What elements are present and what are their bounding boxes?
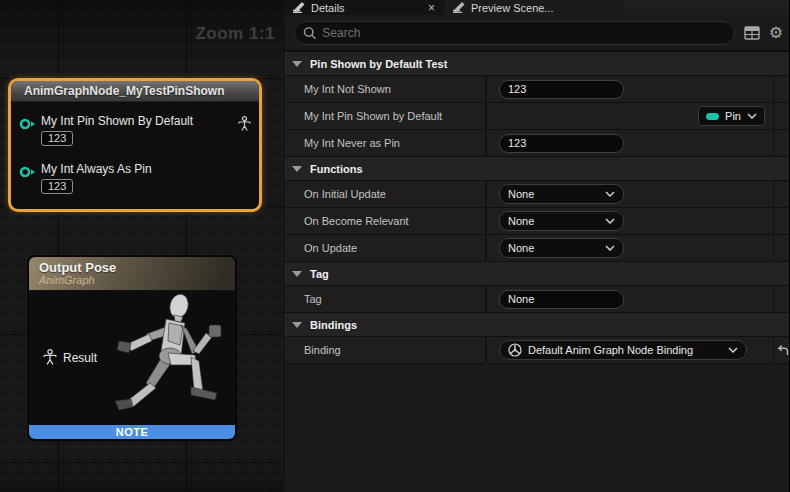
result-pin-label: Result xyxy=(63,351,97,365)
node-header[interactable]: AnimGraphNode_MyTestPinShown xyxy=(11,81,259,102)
row-reset-column xyxy=(773,286,789,312)
reset-to-default-button[interactable] xyxy=(773,337,789,363)
pin-mode-dropdown[interactable]: Pin xyxy=(698,106,765,126)
pin-row: My Int Pin Shown By Default 123 xyxy=(11,114,259,146)
graph-canvas[interactable]: Zoom 1:1 AnimGraphNode_MyTestPinShown My… xyxy=(0,0,284,492)
property-row: On Initial Update None xyxy=(284,180,789,207)
node-animgraphnode-mytestpinshown[interactable]: AnimGraphNode_MyTestPinShown My Int Pin … xyxy=(8,78,262,212)
property-row: My Int Not Shown xyxy=(284,75,789,102)
collapse-caret-icon xyxy=(292,322,302,328)
int-pin-icon[interactable] xyxy=(19,164,37,182)
on-initial-update-dropdown[interactable]: None xyxy=(499,184,624,204)
details-panel: Details × Preview Scene... ⚙ Pin Shown xyxy=(284,0,789,492)
node-title: Output Pose xyxy=(39,260,235,275)
property-row: Binding Default Anim Graph Node Binding xyxy=(284,336,789,363)
property-row: My Int Never as Pin xyxy=(284,129,789,156)
row-reset-column xyxy=(773,76,789,102)
section-header-pin-shown[interactable]: Pin Shown by Default Test xyxy=(284,51,789,75)
property-label: Tag xyxy=(284,286,487,312)
search-icon xyxy=(303,26,316,40)
on-update-dropdown[interactable]: None xyxy=(499,238,624,258)
chevron-down-icon xyxy=(747,113,757,119)
tab-details[interactable]: Details × xyxy=(284,0,443,15)
pin-default-value[interactable]: 123 xyxy=(41,131,73,146)
section-header-functions[interactable]: Functions xyxy=(284,156,789,180)
details-tab-icon xyxy=(292,2,305,13)
property-row: On Become Relevant None xyxy=(284,207,789,234)
mannequin-image xyxy=(113,293,231,431)
collapse-caret-icon xyxy=(292,61,302,67)
row-reset-column xyxy=(773,208,789,234)
zoom-level-label: Zoom 1:1 xyxy=(195,24,275,44)
on-become-relevant-dropdown[interactable]: None xyxy=(499,211,624,231)
row-reset-column xyxy=(773,130,789,156)
row-reset-column xyxy=(773,235,789,261)
collapse-caret-icon xyxy=(292,271,302,277)
search-input[interactable] xyxy=(322,26,725,40)
property-row: Tag xyxy=(284,285,789,312)
anim-blueprint-editor: Zoom 1:1 AnimGraphNode_MyTestPinShown My… xyxy=(0,0,790,492)
property-label: On Update xyxy=(284,235,487,261)
property-label: On Become Relevant xyxy=(284,208,487,234)
property-label: Binding xyxy=(284,337,487,363)
my-int-not-shown-input[interactable] xyxy=(499,80,624,99)
chevron-down-icon xyxy=(605,191,615,197)
property-label: My Int Pin Shown by Default xyxy=(284,103,487,129)
pin-default-value[interactable]: 123 xyxy=(41,179,73,194)
pose-pin-icon xyxy=(43,349,57,366)
property-label: My Int Not Shown xyxy=(284,76,487,102)
tab-label: Preview Scene... xyxy=(471,2,554,14)
settings-gear-icon[interactable]: ⚙ xyxy=(769,25,783,41)
preview-scene-tab-icon xyxy=(452,2,465,13)
details-empty-area xyxy=(284,363,789,477)
int-pin-icon[interactable] xyxy=(19,116,37,134)
search-box[interactable] xyxy=(294,21,735,45)
property-list: Pin Shown by Default Test My Int Not Sho… xyxy=(284,51,789,492)
row-reset-column xyxy=(773,103,789,129)
person-pin-icon[interactable] xyxy=(238,116,251,136)
property-row: On Update None xyxy=(284,234,789,261)
node-subtitle: AnimGraph xyxy=(39,274,235,286)
display-filter-icon[interactable] xyxy=(744,26,760,40)
pin-label: My Int Always As Pin xyxy=(41,162,152,176)
my-int-never-as-pin-input[interactable] xyxy=(499,134,624,153)
tab-preview-scene[interactable]: Preview Scene... xyxy=(443,0,623,15)
pin-label: My Int Pin Shown By Default xyxy=(41,114,193,128)
collapse-caret-icon xyxy=(292,166,302,172)
chevron-down-icon xyxy=(605,218,615,224)
reset-arrow-icon xyxy=(775,345,789,356)
pin-row: My Int Always As Pin 123 xyxy=(11,162,259,194)
property-row: My Int Pin Shown by Default Pin xyxy=(284,102,789,129)
row-reset-column xyxy=(773,181,789,207)
property-label: My Int Never as Pin xyxy=(284,130,487,156)
binding-anchor-icon xyxy=(508,343,522,357)
result-pin[interactable]: Result xyxy=(43,349,97,366)
tab-bar: Details × Preview Scene... xyxy=(284,0,789,15)
chevron-down-icon xyxy=(728,347,738,353)
tab-label: Details xyxy=(311,2,345,14)
node-output-pose[interactable]: Output Pose AnimGraph xyxy=(27,255,237,441)
pin-pill-icon xyxy=(706,113,719,120)
property-label: On Initial Update xyxy=(284,181,487,207)
binding-dropdown[interactable]: Default Anim Graph Node Binding xyxy=(499,340,747,360)
tag-input[interactable] xyxy=(499,290,624,309)
node-header[interactable]: Output Pose AnimGraph xyxy=(29,257,235,291)
section-header-tag[interactable]: Tag xyxy=(284,261,789,285)
tab-close-icon[interactable]: × xyxy=(428,3,435,13)
chevron-down-icon xyxy=(605,245,615,251)
section-header-bindings[interactable]: Bindings xyxy=(284,312,789,336)
note-bar[interactable]: NOTE xyxy=(29,425,235,439)
search-row: ⚙ xyxy=(284,15,789,51)
node-title: AnimGraphNode_MyTestPinShown xyxy=(24,84,224,98)
